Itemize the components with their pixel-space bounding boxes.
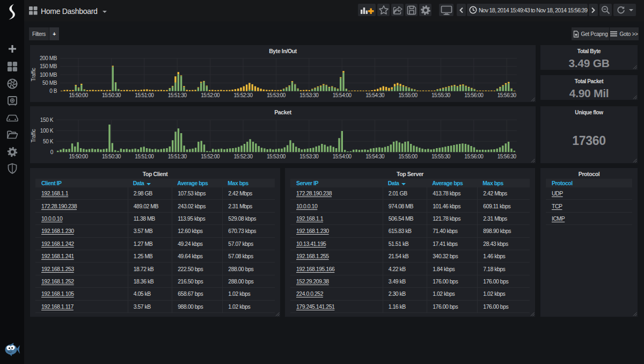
svg-text:15:51:00: 15:51:00 xyxy=(135,92,154,98)
svg-text:15:53:30: 15:53:30 xyxy=(299,92,319,98)
svg-text:15:56:30: 15:56:30 xyxy=(497,92,517,98)
svg-text:150 K: 150 K xyxy=(40,117,54,123)
svg-text:15:50:30: 15:50:30 xyxy=(102,154,121,159)
svg-text:0: 0 xyxy=(50,149,54,155)
svg-text:100 MB: 100 MB xyxy=(40,72,57,78)
svg-text:15:52:00: 15:52:00 xyxy=(201,92,220,98)
svg-text:15:55:30: 15:55:30 xyxy=(431,154,451,159)
svg-text:15:54:30: 15:54:30 xyxy=(365,154,385,159)
svg-text:15:50:00: 15:50:00 xyxy=(69,154,89,159)
svg-text:15:51:30: 15:51:30 xyxy=(168,92,187,98)
svg-text:15:51:00: 15:51:00 xyxy=(135,154,154,159)
svg-text:0 B: 0 B xyxy=(49,88,57,94)
svg-text:50 K: 50 K xyxy=(43,139,54,144)
svg-text:Traffic: Traffic xyxy=(31,68,36,81)
svg-text:Traffic: Traffic xyxy=(31,129,36,142)
svg-text:15:54:00: 15:54:00 xyxy=(333,92,352,98)
svg-text:100 K: 100 K xyxy=(40,128,54,134)
svg-text:15:52:30: 15:52:30 xyxy=(234,92,253,98)
svg-text:15:55:30: 15:55:30 xyxy=(431,92,451,98)
svg-text:15:55:00: 15:55:00 xyxy=(399,154,418,159)
svg-text:15:50:00: 15:50:00 xyxy=(69,92,89,98)
svg-text:15:53:00: 15:53:00 xyxy=(267,154,286,159)
svg-text:200 MB: 200 MB xyxy=(40,55,57,61)
svg-text:15:52:30: 15:52:30 xyxy=(234,154,253,159)
svg-text:15:55:00: 15:55:00 xyxy=(399,92,418,98)
svg-text:15:51:30: 15:51:30 xyxy=(168,154,187,159)
svg-text:15:52:00: 15:52:00 xyxy=(201,154,220,159)
svg-text:15:53:00: 15:53:00 xyxy=(267,92,286,98)
svg-text:15:56:00: 15:56:00 xyxy=(464,154,484,159)
svg-text:15:56:30: 15:56:30 xyxy=(497,154,517,159)
svg-text:15:53:30: 15:53:30 xyxy=(299,154,319,159)
svg-text:15:56:00: 15:56:00 xyxy=(464,92,484,98)
svg-text:15:54:00: 15:54:00 xyxy=(333,154,352,159)
svg-text:15:50:30: 15:50:30 xyxy=(102,92,121,98)
svg-text:150 MB: 150 MB xyxy=(40,63,57,69)
svg-text:15:54:30: 15:54:30 xyxy=(365,92,385,98)
svg-text:50 MB: 50 MB xyxy=(42,80,57,86)
